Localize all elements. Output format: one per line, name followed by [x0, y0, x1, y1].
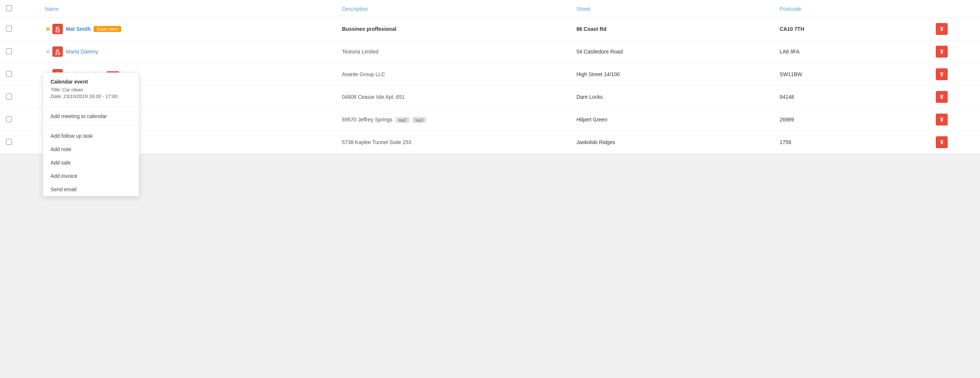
row-postcode-cell: 94148 — [774, 86, 930, 108]
table-row: ★📅23Martin KowalskyVIPAsante Group LLCHi… — [0, 63, 980, 86]
row-description-cell: Testoria Limited — [336, 40, 571, 63]
contacts-table: Name Description Street Postcode ★📅22Mat… — [0, 0, 980, 154]
row-description-cell: 5738 Kaylee Tunnel Suite 253 — [336, 131, 571, 154]
popup-menu-item[interactable]: Add note — [43, 143, 139, 154]
header-name: Name — [39, 0, 336, 18]
super-client-badge: Super client — [94, 26, 121, 32]
table-row: ★04808 Ceasar Isle Apt. 651Dare Locks941… — [0, 86, 980, 108]
row-description-cell: Asante Group LLC — [336, 63, 571, 86]
header-checkbox-col — [0, 0, 39, 18]
row-name-cell: ★📅22Mat SmithSuper client — [39, 18, 336, 40]
calendar-popup[interactable]: Calendar event Title: Car clean Date: 23… — [43, 72, 139, 154]
table-row: ★📅22Mat SmithSuper clientBussines proffe… — [0, 18, 980, 40]
description-text: Bussines proffesional — [342, 26, 396, 32]
delete-button[interactable] — [936, 68, 948, 80]
row-description-cell: 69570 Jeffrey Springstag2tag3 — [336, 108, 571, 131]
row-postcode-cell: LA6 9FA — [774, 40, 930, 63]
contacts-table-container: Name Description Street Postcode ★📅22Mat… — [0, 0, 980, 154]
popup-divider — [43, 106, 139, 106]
delete-button[interactable] — [936, 46, 948, 57]
row-checkbox[interactable] — [6, 71, 12, 77]
row-actions-cell — [930, 131, 980, 154]
header-actions — [930, 0, 980, 18]
row-actions-cell — [930, 108, 980, 131]
row-postcode-cell: CA10 7TH — [774, 18, 930, 40]
postcode-text: 94148 — [780, 94, 794, 100]
popup-header: Calendar event Title: Car clean Date: 23… — [43, 73, 139, 103]
header-postcode: Postcode — [774, 0, 930, 18]
row-postcode-cell: 1758 — [774, 131, 930, 154]
row-checkbox[interactable] — [6, 48, 12, 54]
row-description-cell: 04808 Ceasar Isle Apt. 651 — [336, 86, 571, 108]
description-text: 5738 Kaylee Tunnel Suite 253 — [342, 139, 412, 145]
row-street-cell: High Street 14/100 — [571, 63, 774, 86]
description-text: 69570 Jeffrey Springs — [342, 117, 393, 122]
street-text: 54 Castledore Road — [577, 49, 623, 55]
postcode-text: 26989 — [780, 117, 794, 122]
row-street-cell: 86 Coast Rd — [571, 18, 774, 40]
table-row: ★📅23Marta DaimnyTestoria Limited54 Castl… — [0, 40, 980, 63]
popup-menu-item[interactable]: Add follow up task — [43, 129, 139, 143]
select-all-checkbox[interactable] — [6, 5, 12, 11]
popup-event-title: Calendar event — [51, 79, 132, 85]
postcode-text: LA6 9FA — [780, 49, 800, 55]
row-checkbox-cell — [0, 108, 39, 131]
row-street-cell: Dare Locks — [571, 86, 774, 108]
row-actions-cell — [930, 18, 980, 40]
row-checkbox-cell — [0, 18, 39, 40]
tag-item: tag3 — [412, 117, 426, 123]
street-text: Jaskolski Ridges — [577, 139, 615, 145]
calendar-icon[interactable]: 📅23 — [52, 46, 63, 57]
contact-name-link[interactable]: Mat Smith — [66, 26, 91, 32]
postcode-text: 1758 — [780, 139, 791, 145]
header-street: Street — [571, 0, 774, 18]
street-text: 86 Coast Rd — [577, 26, 607, 32]
row-postcode-cell: SW11BW — [774, 63, 930, 86]
star-empty-icon[interactable]: ★ — [45, 48, 51, 56]
row-street-cell: Hilpert Green — [571, 108, 774, 131]
row-actions-cell — [930, 40, 980, 63]
row-street-cell: 54 Castledore Road — [571, 40, 774, 63]
street-text: Hilpert Green — [577, 117, 608, 122]
star-filled-icon[interactable]: ★ — [45, 25, 51, 33]
delete-button[interactable] — [936, 136, 948, 148]
header-description: Description — [336, 0, 571, 18]
description-text: Testoria Limited — [342, 49, 379, 55]
postcode-text: CA10 7TH — [780, 26, 804, 32]
description-text: 04808 Ceasar Isle Apt. 651 — [342, 94, 405, 100]
row-street-cell: Jaskolski Ridges — [571, 131, 774, 154]
table-row: ★69570 Jeffrey Springstag2tag3Hilpert Gr… — [0, 108, 980, 131]
calendar-icon[interactable]: 📅22 — [52, 24, 63, 34]
postcode-text: SW11BW — [780, 71, 802, 77]
description-text: Asante Group LLC — [342, 71, 385, 77]
tag-item: tag2 — [396, 117, 409, 123]
row-name-cell: ★📅23Marta Daimny — [39, 40, 336, 63]
contact-name-link[interactable]: Marta Daimny — [66, 49, 98, 55]
row-checkbox[interactable] — [6, 139, 12, 145]
popup-menu-divider — [43, 126, 139, 126]
row-checkbox-cell — [0, 131, 39, 154]
row-postcode-cell: 26989 — [774, 108, 930, 131]
table-row: ★5738 Kaylee Tunnel Suite 253Jaskolski R… — [0, 131, 980, 154]
name-cell-wrap: ★📅23Marta Daimny — [45, 46, 330, 57]
delete-button[interactable] — [936, 23, 948, 35]
row-checkbox[interactable] — [6, 116, 12, 122]
row-checkbox-cell — [0, 40, 39, 63]
tags-wrap: tag2tag3 — [396, 117, 428, 123]
row-checkbox[interactable] — [6, 94, 12, 100]
street-text: Dare Locks — [577, 94, 603, 100]
row-actions-cell — [930, 86, 980, 108]
row-checkbox-cell — [0, 63, 39, 86]
row-description-cell: Bussines proffesional — [336, 18, 571, 40]
delete-button[interactable] — [936, 91, 948, 103]
popup-event-date: Date: 23/10/2019 16:00 - 17:00 — [51, 94, 132, 99]
name-cell-wrap: ★📅22Mat SmithSuper client — [45, 24, 330, 34]
row-actions-cell — [930, 63, 980, 86]
popup-menu: Add meeting to calendarAdd follow up tas… — [43, 110, 139, 154]
delete-button[interactable] — [936, 114, 948, 125]
street-text: High Street 14/100 — [577, 71, 620, 77]
row-checkbox[interactable] — [6, 25, 12, 32]
popup-event-title-detail: Title: Car clean — [51, 87, 132, 92]
popup-menu-item[interactable]: Add meeting to calendar — [43, 110, 139, 123]
row-checkbox-cell — [0, 86, 39, 108]
